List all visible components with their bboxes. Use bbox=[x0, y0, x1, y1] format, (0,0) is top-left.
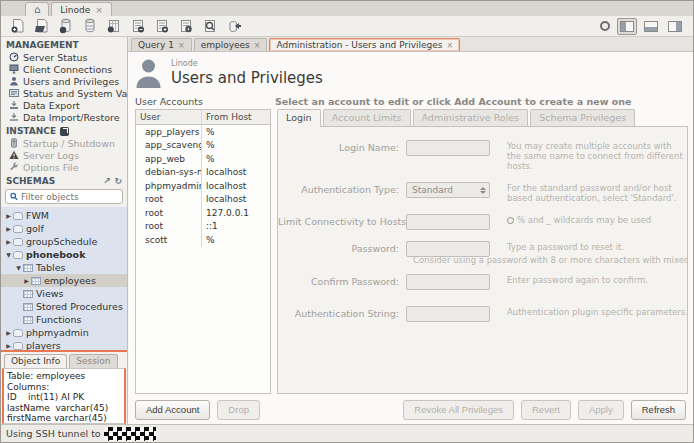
create-table-icon[interactable] bbox=[81, 18, 98, 34]
section-labels: User Accounts Select an account to edit … bbox=[135, 96, 688, 107]
table-row[interactable]: app_web% bbox=[136, 152, 270, 166]
sidebar-item-data-import[interactable]: Data Import/Restore bbox=[1, 111, 127, 123]
column-header-from-host[interactable]: From Host bbox=[202, 110, 270, 124]
chevron-right-icon[interactable]: ▶ bbox=[4, 329, 13, 336]
sidebar-item-client-connections[interactable]: Client Connections bbox=[1, 63, 127, 75]
expand-schemas-icon[interactable]: ↗ bbox=[103, 176, 111, 186]
revoke-all-privileges-button[interactable]: Revoke All Privileges bbox=[403, 400, 514, 420]
schema-tree-item-views[interactable]: Views bbox=[1, 287, 127, 300]
schema-tree-item-functions[interactable]: Functions bbox=[1, 313, 127, 326]
table-row[interactable]: scott% bbox=[136, 233, 270, 247]
power-icon bbox=[8, 138, 19, 148]
close-icon[interactable]: × bbox=[446, 41, 453, 50]
schema-tree-item-employees[interactable]: ▶employees bbox=[1, 274, 127, 287]
tab-session[interactable]: Session bbox=[69, 354, 117, 368]
auth-type-hint: For the standard password and/or host ba… bbox=[507, 183, 687, 203]
schema-tree-item-players[interactable]: ▶players bbox=[1, 339, 127, 352]
toggle-left-sidebar-button[interactable] bbox=[617, 18, 637, 35]
sidebar-item-options-file[interactable]: Options File bbox=[1, 161, 127, 173]
tab-account-limits[interactable]: Account Limits bbox=[323, 109, 411, 126]
connection-tab[interactable]: Linode × bbox=[51, 2, 112, 16]
schema-tree-item-groupschedule[interactable]: ▶groupSchedule bbox=[1, 235, 127, 248]
apply-button[interactable]: Apply bbox=[578, 400, 624, 420]
table-row[interactable]: app_scavenger% bbox=[136, 139, 270, 153]
activity-indicator-icon bbox=[600, 21, 610, 31]
close-icon[interactable]: × bbox=[178, 41, 185, 50]
schema-tree-item-phonebook[interactable]: ▼phonebook bbox=[1, 248, 127, 261]
chevron-right-icon[interactable]: ▶ bbox=[4, 238, 13, 245]
auth-string-input[interactable] bbox=[406, 306, 490, 322]
tab-schema-privileges[interactable]: Schema Privileges bbox=[530, 109, 635, 126]
add-account-button[interactable]: Add Account bbox=[135, 400, 210, 420]
sidebar-item-status-system-variables[interactable]: Status and System Variables bbox=[1, 87, 127, 99]
refresh-schemas-icon[interactable]: ↻ bbox=[114, 176, 122, 186]
tab-login[interactable]: Login bbox=[277, 109, 321, 127]
login-name-input[interactable] bbox=[406, 140, 490, 156]
sidebar-item-server-logs[interactable]: Server Logs bbox=[1, 149, 127, 161]
table-row[interactable]: phpmyadminlocalhost bbox=[136, 179, 270, 193]
schema-tree-item-golf[interactable]: ▶golf bbox=[1, 222, 127, 235]
schema-tree: ▶FWM ▶golf ▶groupSchedule ▼phonebook ▼Ta… bbox=[1, 207, 127, 352]
main-toolbar bbox=[1, 16, 693, 37]
home-tab[interactable]: ⌂ bbox=[25, 2, 49, 16]
table-row[interactable]: debian-sys-maintlocalhost bbox=[136, 166, 270, 180]
chevron-right-icon[interactable]: ▶ bbox=[22, 277, 31, 284]
chevron-right-icon[interactable]: ▶ bbox=[4, 342, 13, 349]
drop-button[interactable]: Drop bbox=[217, 400, 260, 420]
tab-employees[interactable]: employees × bbox=[194, 38, 268, 51]
table-row[interactable]: app_players% bbox=[136, 125, 270, 139]
chevron-right-icon[interactable]: ▶ bbox=[4, 212, 13, 219]
reconnect-dbms-icon[interactable] bbox=[225, 18, 242, 34]
create-stored-procedure-icon[interactable] bbox=[129, 18, 146, 34]
tab-object-info[interactable]: Object Info bbox=[4, 354, 67, 368]
schema-icon bbox=[13, 238, 23, 246]
schema-filter[interactable] bbox=[5, 189, 123, 204]
schema-tree-item-tables[interactable]: ▼Tables bbox=[1, 261, 127, 274]
schema-tree-item-phpmyadmin[interactable]: ▶phpmyadmin bbox=[1, 326, 127, 339]
schema-icon bbox=[13, 251, 23, 259]
sidebar-item-server-status[interactable]: Server Status bbox=[1, 51, 127, 63]
new-sql-tab-icon[interactable] bbox=[9, 18, 26, 34]
auth-type-select[interactable]: Standard bbox=[406, 182, 490, 198]
open-sql-script-icon[interactable] bbox=[33, 18, 50, 34]
search-table-data-icon[interactable] bbox=[201, 18, 218, 34]
auth-type-value: Standard bbox=[412, 185, 453, 195]
column-header-user[interactable]: User bbox=[136, 110, 202, 124]
schema-tree-item-fwm[interactable]: ▶FWM bbox=[1, 209, 127, 222]
sidebar-item-users-privileges[interactable]: Users and Privileges bbox=[1, 75, 127, 87]
main-area: Query 1 × employees × Administration - U… bbox=[128, 37, 693, 424]
limit-hosts-row: Limit Connectivity to Hosts Matching: % … bbox=[278, 214, 687, 230]
create-schema-icon[interactable] bbox=[57, 18, 74, 34]
create-view-icon[interactable] bbox=[105, 18, 122, 34]
table-icon bbox=[31, 277, 41, 285]
create-trigger-icon[interactable] bbox=[177, 18, 194, 34]
confirm-password-label: Confirm Password: bbox=[278, 276, 406, 287]
sidebar-item-data-export[interactable]: Data Export bbox=[1, 99, 127, 111]
schema-tree-item-stored-procedures[interactable]: Stored Procedures bbox=[1, 300, 127, 313]
confirm-password-hint: Enter password again to confirm. bbox=[507, 275, 687, 285]
confirm-password-input[interactable] bbox=[406, 274, 490, 290]
sidebar-item-startup-shutdown[interactable]: Startup / Shutdown bbox=[1, 137, 127, 149]
password-note: Consider using a password with 8 or more… bbox=[413, 255, 687, 265]
toggle-output-area-button[interactable] bbox=[641, 18, 661, 35]
close-icon[interactable]: × bbox=[254, 41, 261, 50]
chevron-down-icon[interactable]: ▼ bbox=[14, 264, 23, 271]
tab-administration-users-privileges[interactable]: Administration - Users and Privileges × bbox=[269, 38, 460, 51]
close-icon[interactable]: × bbox=[95, 5, 103, 15]
chevron-right-icon[interactable]: ▶ bbox=[4, 225, 13, 232]
create-function-icon[interactable] bbox=[153, 18, 170, 34]
tab-query1[interactable]: Query 1 × bbox=[131, 38, 192, 51]
table-row[interactable]: root::1 bbox=[136, 220, 270, 234]
table-row[interactable]: rootlocalhost bbox=[136, 193, 270, 207]
limit-hosts-input[interactable] bbox=[406, 214, 490, 230]
revert-button[interactable]: Revert bbox=[521, 400, 571, 420]
export-arrow-icon bbox=[8, 100, 19, 110]
tab-administrative-roles[interactable]: Administrative Roles bbox=[413, 109, 529, 126]
table-row[interactable]: root127.0.0.1 bbox=[136, 206, 270, 220]
search-icon bbox=[10, 192, 18, 201]
toggle-secondary-sidebar-button[interactable] bbox=[665, 18, 685, 35]
schema-filter-input[interactable] bbox=[21, 192, 118, 202]
chevron-down-icon[interactable]: ▼ bbox=[4, 251, 13, 258]
schema-icon bbox=[13, 212, 23, 220]
refresh-button[interactable]: Refresh bbox=[631, 400, 686, 420]
